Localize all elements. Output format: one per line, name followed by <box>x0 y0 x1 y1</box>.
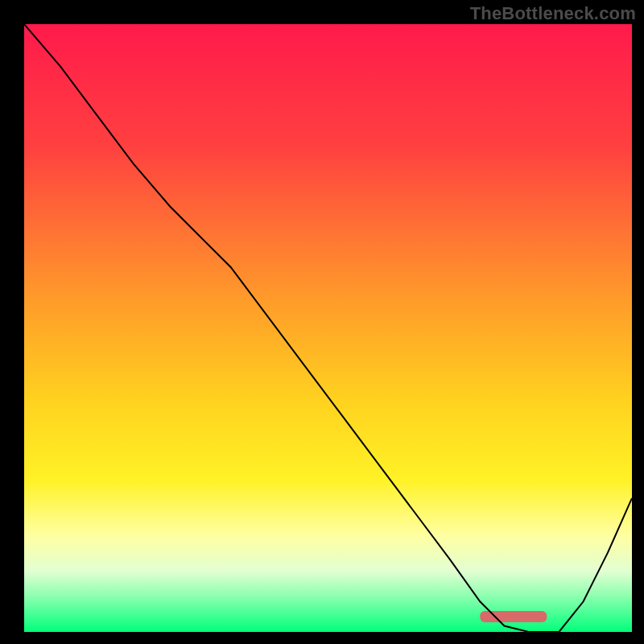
plot-area <box>24 24 632 632</box>
gradient-rect <box>24 24 632 632</box>
watermark-text: TheBottleneck.com <box>470 3 636 24</box>
chart-frame: TheBottleneck.com <box>0 0 644 644</box>
chart-svg <box>24 24 632 632</box>
optimal-marker <box>480 611 547 622</box>
